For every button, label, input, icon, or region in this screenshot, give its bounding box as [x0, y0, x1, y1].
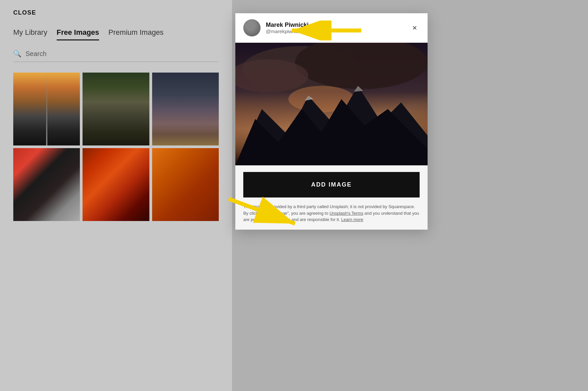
- author-name: Marek Piwnicki: [266, 22, 410, 28]
- orange-image: [152, 148, 219, 221]
- author-info: Marek Piwnicki @marekpiwnicki: [266, 22, 410, 34]
- tab-bar: My Library Free Images Premium Images: [13, 28, 219, 40]
- add-image-button[interactable]: ADD IMAGE: [243, 172, 420, 197]
- city-dark-image: [152, 73, 219, 145]
- road-sunset-image: [13, 73, 80, 145]
- modal-close-button[interactable]: ×: [410, 22, 420, 34]
- image-thumbnail[interactable]: [83, 73, 149, 145]
- modal-footer: ADD IMAGE This image is provided by a th…: [235, 165, 428, 230]
- image-grid-row2: [13, 148, 219, 221]
- search-icon: 🔍: [13, 50, 22, 58]
- image-thumbnail[interactable]: [83, 148, 149, 221]
- close-button[interactable]: CLOSE: [13, 9, 36, 16]
- tab-free-images[interactable]: Free Images: [57, 28, 99, 40]
- avatar: [243, 19, 261, 36]
- image-detail-modal: Marek Piwnicki @marekpiwnicki ×: [235, 13, 428, 230]
- modal-preview-image: [235, 43, 428, 165]
- tab-my-library[interactable]: My Library: [13, 28, 47, 40]
- unsplash-terms-link[interactable]: Unsplash's Terms: [329, 211, 363, 216]
- mountain-silhouette: [235, 43, 428, 165]
- search-label: Search: [26, 50, 46, 58]
- abstract-red-image: [13, 148, 80, 221]
- road-trees-image: [83, 73, 149, 145]
- image-thumbnail[interactable]: [13, 73, 80, 145]
- image-grid: [13, 73, 219, 145]
- search-bar[interactable]: 🔍 Search: [13, 50, 219, 62]
- learn-more-link[interactable]: Learn more: [341, 217, 363, 222]
- disclaimer-text: This image is provided by a third party …: [243, 203, 420, 223]
- left-panel: CLOSE My Library Free Images Premium Ima…: [0, 0, 232, 391]
- fire-image: [83, 148, 149, 221]
- image-thumbnail[interactable]: [152, 73, 219, 145]
- image-thumbnail[interactable]: [13, 148, 80, 221]
- author-handle: @marekpiwnicki: [266, 28, 410, 34]
- tab-premium-images[interactable]: Premium Images: [108, 28, 163, 40]
- avatar-image: [243, 19, 261, 36]
- modal-header: Marek Piwnicki @marekpiwnicki ×: [235, 13, 428, 43]
- image-thumbnail[interactable]: [152, 148, 219, 221]
